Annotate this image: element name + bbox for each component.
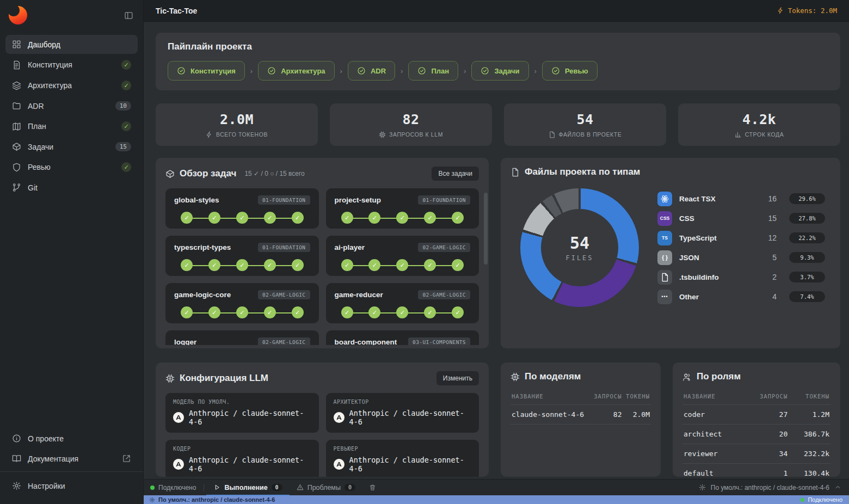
legend-count: 16 [758, 194, 777, 203]
stage-separator-icon: › [401, 67, 403, 75]
pipeline-stage[interactable]: ADR [348, 61, 395, 81]
step-done-dot: ✓ [264, 306, 276, 318]
sidebar-item-review[interactable]: Ревью ✓ [5, 157, 138, 177]
task-phase-badge: 02-GAME-LOGIC [418, 290, 470, 299]
task-card[interactable]: typescript-types 01-FOUNDATION ✓✓✓✓✓ [165, 236, 319, 276]
connection-status: Подключено [150, 484, 204, 491]
tab-execution[interactable]: Выполнение0 [206, 480, 289, 496]
edit-llm-button[interactable]: Изменить [436, 371, 479, 385]
task-card[interactable]: game-reducer 02-GAME-LOGIC ✓✓✓✓✓ [326, 283, 479, 323]
tab-count-badge: 0 [344, 484, 355, 491]
tokens-counter: Tokens: 2.0M [777, 7, 837, 15]
task-phase-badge: 01-FOUNDATION [418, 195, 470, 205]
stats-row: 2.0M ВСЕГО ТОКЕНОВ 82 ЗАПРОСОВ К LLM 54 … [156, 103, 840, 146]
pipeline-stage[interactable]: План [408, 61, 458, 81]
llm-role-card: КОДЕР Anthropic / claude-sonnet-4-6 [165, 440, 319, 477]
sidebar-item-adr[interactable]: ADR 10 [5, 96, 138, 115]
task-card[interactable]: game-logic-core 02-GAME-LOGIC ✓✓✓✓✓ [165, 283, 319, 323]
legend-label: .tsbuildinfo [679, 273, 751, 281]
task-card[interactable]: global-styles 01-FOUNDATION ✓✓✓✓✓ [165, 188, 319, 229]
task-card[interactable]: ai-player 02-GAME-LOGIC ✓✓✓✓✓ [326, 236, 479, 276]
task-name: global-styles [174, 196, 219, 204]
sidebar-item-tasks[interactable]: Задачи 15 [5, 137, 138, 156]
sidebar-item-label: Документация [28, 454, 78, 463]
sidebar-item-dashboard[interactable]: Дашборд [5, 35, 138, 54]
stat-card: 2.0M ВСЕГО ТОКЕНОВ [156, 103, 318, 146]
task-steps: ✓✓✓✓✓ [174, 259, 310, 271]
count-badge: 15 [115, 142, 131, 151]
app-window: Дашборд Конституция ✓ Архитектура ✓ ADR … [0, 0, 849, 504]
check-badge: ✓ [121, 121, 131, 131]
package-icon [12, 142, 21, 151]
users-icon [682, 372, 692, 382]
task-name: project-setup [335, 196, 382, 204]
trash-icon[interactable] [365, 484, 380, 491]
ts-icon: TS [657, 231, 672, 245]
sidebar-collapse-icon[interactable] [124, 11, 133, 20]
step-done-dot: ✓ [424, 259, 436, 271]
check-circle-icon [177, 66, 186, 75]
step-done-dot: ✓ [341, 306, 353, 318]
cpu-icon [379, 131, 386, 138]
task-card[interactable]: board-component 03-UI-COMPONENTS ✓✓✓✓✓ [326, 330, 479, 345]
pipeline-stage[interactable]: Архитектура [258, 61, 334, 81]
pipeline-stage[interactable]: Конституция [168, 61, 245, 81]
sidebar-item-docs[interactable]: Документация [5, 449, 138, 468]
legend-count: 15 [758, 214, 777, 223]
legend-item: CSS CSS 15 27.8% [657, 211, 825, 226]
task-phase-badge: 03-UI-COMPONENTS [408, 337, 470, 345]
page-title: Tic-Tac-Toe [156, 7, 197, 15]
chevron-up-icon[interactable] [834, 484, 841, 491]
legend-count: 12 [758, 233, 777, 242]
stat-card: 82 ЗАПРОСОВ К LLM [330, 103, 492, 146]
tab-count-badge: 0 [272, 484, 282, 491]
bluebar-default-model: По умолч.: anthropic / claude-sonnet-4-6 [149, 496, 275, 503]
package-icon [165, 169, 175, 179]
llm-config-panel: Конфигурация LLM Изменить МОДЕЛЬ ПО УМОЛ… [156, 362, 489, 477]
step-done-dot: ✓ [341, 259, 353, 271]
step-done-dot: ✓ [208, 306, 220, 318]
statusbar-default-model[interactable]: По умолч.: anthropic / claude-sonnet-4-6 [699, 484, 841, 491]
donut-center-label: FILES [565, 254, 593, 262]
step-done-dot: ✓ [264, 259, 276, 271]
pipeline-stages: Конституция › Архитектура › ADR › План ›… [168, 61, 828, 81]
sidebar-item-about[interactable]: О проекте [5, 429, 138, 448]
sidebar-item-architecture[interactable]: Архитектура ✓ [5, 76, 138, 95]
sidebar-item-git[interactable]: Git [5, 178, 138, 197]
external-link-icon [122, 454, 131, 463]
table-header: НАЗВАНИЕ [510, 390, 590, 405]
file-icon [549, 131, 556, 138]
git-branch-icon [12, 183, 21, 192]
llm-role-label: МОДЕЛЬ ПО УМОЛЧ. [173, 399, 311, 405]
all-tasks-button[interactable]: Все задачи [432, 167, 479, 181]
bluebar-connection: Подключено [801, 496, 842, 503]
connected-dot [150, 485, 155, 490]
sidebar-settings: Настройки [0, 471, 143, 504]
sidebar-item-plan[interactable]: План ✓ [5, 116, 138, 136]
tasks-title: Обзор задач [180, 168, 236, 179]
braces-icon: { } [657, 250, 672, 265]
pipeline-stage[interactable]: Задачи [471, 61, 528, 81]
bottom-blue-bar: По умолч.: anthropic / claude-sonnet-4-6… [144, 495, 849, 504]
table-header: ЗАПРОСЫ [590, 390, 623, 405]
sidebar-item-settings[interactable]: Настройки [5, 476, 138, 495]
llm-model-value: Anthropic / claude-sonnet-4-6 [189, 456, 311, 473]
legend-item: { } JSON 5 9.3% [657, 250, 825, 265]
tab-problems[interactable]: Проблемы0 [290, 480, 362, 496]
step-done-dot: ✓ [264, 212, 276, 224]
step-done-dot: ✓ [181, 259, 193, 271]
sidebar-item-label: Архитектура [28, 81, 72, 90]
sidebar-item-constitution[interactable]: Конституция ✓ [5, 55, 138, 75]
sidebar-item-label: ADR [28, 102, 44, 110]
table-row: coder271.2M [682, 405, 830, 425]
gear-icon [699, 484, 706, 491]
stat-card: 4.2k СТРОК КОДА [678, 103, 840, 146]
task-card[interactable]: logger 02-GAME-LOGIC ✓✓✓✓✓ [165, 330, 319, 345]
task-card[interactable]: project-setup 01-FOUNDATION ✓✓✓✓✓ [326, 188, 479, 229]
tasks-scrollbar[interactable] [484, 193, 488, 265]
status-bar: Подключено Выполнение0Проблемы0 По умолч… [144, 479, 849, 495]
pipeline-stage[interactable]: Ревью [542, 61, 598, 81]
gear-icon [12, 481, 21, 490]
llm-grid: МОДЕЛЬ ПО УМОЛЧ. Anthropic / claude-sonn… [165, 393, 479, 477]
task-steps: ✓✓✓✓✓ [174, 306, 310, 318]
